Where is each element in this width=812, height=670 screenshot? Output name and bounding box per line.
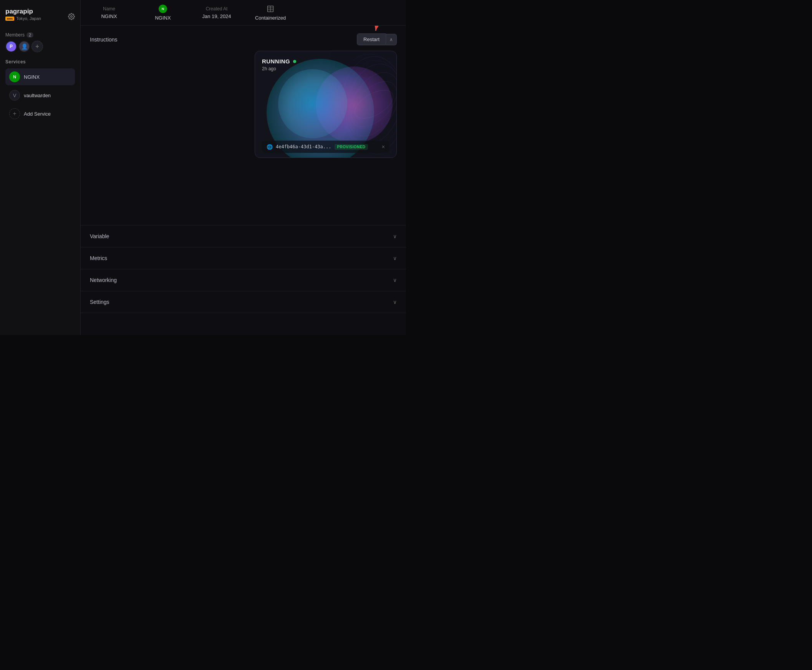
sidebar-item-vaultwarden[interactable]: V vaultwarden — [5, 87, 75, 104]
settings-title: Settings — [90, 299, 110, 305]
created-col-label: Created At — [206, 6, 228, 12]
nginx-icon: N — [9, 71, 20, 82]
metrics-section: Metrics ∨ — [81, 247, 406, 269]
project-name: pagrapip — [5, 8, 41, 15]
metrics-section-header[interactable]: Metrics ∨ — [90, 255, 397, 261]
settings-section-header[interactable]: Settings ∨ — [90, 299, 397, 305]
region-text: Tokyo, Japan — [16, 16, 41, 21]
svg-point-0 — [71, 16, 73, 18]
add-member-button[interactable]: + — [32, 41, 43, 52]
add-service-icon: + — [9, 108, 20, 119]
nginx-header-icon: N — [159, 5, 167, 13]
status-card: RUNNING 2h ago 🌐 4e4fb46a-43d1-43a... PR… — [255, 51, 397, 158]
sidebar: pagrapip aws Tokyo, Japan Members 2 P — [0, 0, 81, 335]
content-area: Instructions — [81, 26, 406, 335]
avatar-member-2[interactable]: 👤 — [19, 41, 30, 52]
networking-section: Networking ∨ — [81, 269, 406, 291]
header-container-col: Containerized — [251, 5, 289, 21]
members-section: Members 2 P 👤 + — [5, 32, 75, 52]
metrics-chevron-icon: ∨ — [393, 255, 397, 261]
container-icon — [266, 5, 275, 13]
variable-section-header[interactable]: Variable ∨ — [90, 233, 397, 239]
metrics-title: Metrics — [90, 255, 107, 261]
header-name-col: Name NGINX — [90, 6, 128, 19]
settings-section: Settings ∨ — [81, 291, 406, 313]
aws-badge: aws — [5, 17, 14, 21]
provision-row: 🌐 4e4fb46a-43d1-43a... PROVISIONED × — [262, 140, 389, 153]
project-region: aws Tokyo, Japan — [5, 16, 41, 21]
name-col-label: Name — [103, 6, 115, 12]
vault-label: vaultwarden — [24, 93, 51, 98]
header-created-col: Created At Jan 19, 2024 — [198, 6, 236, 19]
avatar-member-1[interactable]: P — [5, 41, 17, 52]
variable-section: Variable ∨ — [81, 225, 406, 247]
sidebar-item-nginx[interactable]: N NGINX — [5, 68, 75, 85]
networking-section-header[interactable]: Networking ∨ — [90, 277, 397, 283]
add-service-label: Add Service — [24, 111, 51, 117]
variable-title: Variable — [90, 233, 109, 239]
running-dot — [293, 60, 296, 63]
main-content: Name NGINX N NGINX Created At Jan 19, 20… — [81, 0, 406, 335]
members-avatars: P 👤 + — [5, 41, 75, 52]
networking-title: Networking — [90, 277, 117, 283]
name-col-value: NGINX — [101, 14, 117, 19]
globe-icon: 🌐 — [267, 144, 273, 150]
running-row: RUNNING — [262, 58, 389, 64]
restart-button[interactable]: Restart — [357, 34, 386, 45]
services-label: Services — [5, 59, 75, 64]
restart-chevron-button[interactable]: ∧ — [386, 34, 397, 45]
status-card-content: RUNNING 2h ago 🌐 4e4fb46a-43d1-43a... PR… — [262, 58, 389, 153]
provision-badge: PROVISIONED — [335, 144, 368, 150]
containerized-label: Containerized — [255, 15, 286, 21]
instructions-section: Instructions — [81, 26, 406, 225]
variable-chevron-icon: ∨ — [393, 233, 397, 239]
settings-icon[interactable] — [68, 13, 75, 22]
instructions-title: Instructions — [90, 37, 118, 42]
restart-btn-area: Restart ∧ — [357, 34, 397, 45]
project-info: pagrapip aws Tokyo, Japan — [5, 8, 41, 27]
provision-close-icon[interactable]: × — [382, 144, 385, 150]
add-service-item[interactable]: + Add Service — [5, 105, 75, 122]
app-container: pagrapip aws Tokyo, Japan Members 2 P — [0, 0, 406, 335]
provision-id: 4e4fb46a-43d1-43a... — [276, 144, 332, 149]
time-ago: 2h ago — [262, 66, 389, 71]
nginx-header-label: NGINX — [155, 15, 171, 21]
project-header: pagrapip aws Tokyo, Japan — [5, 8, 75, 27]
created-col-value: Jan 19, 2024 — [202, 14, 231, 19]
instructions-top: Instructions — [90, 34, 397, 45]
header-icon-col: N NGINX — [144, 5, 182, 21]
members-count: 2 — [27, 32, 34, 38]
members-label: Members 2 — [5, 32, 75, 38]
nginx-label: NGINX — [24, 74, 40, 80]
running-text: RUNNING — [262, 58, 290, 64]
service-header: Name NGINX N NGINX Created At Jan 19, 20… — [81, 0, 406, 26]
vault-icon: V — [9, 90, 20, 101]
settings-chevron-icon: ∨ — [393, 299, 397, 305]
networking-chevron-icon: ∨ — [393, 277, 397, 283]
